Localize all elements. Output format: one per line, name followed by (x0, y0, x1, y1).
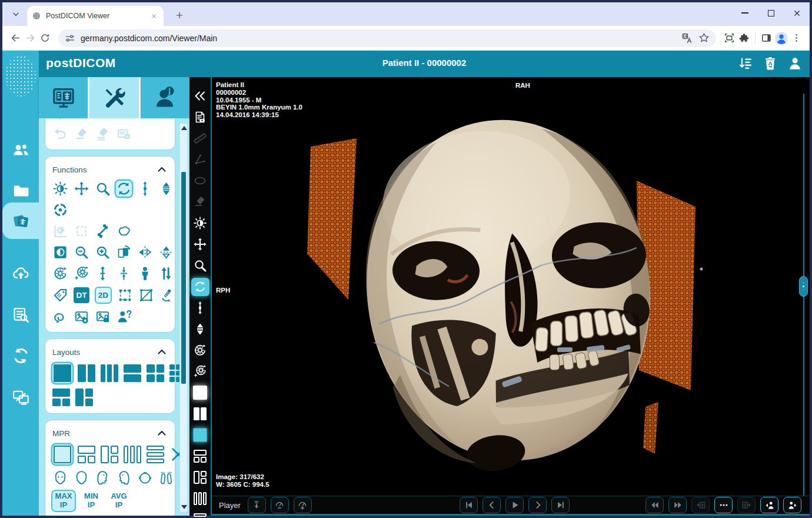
tool-zoom-out-icon[interactable] (74, 244, 89, 260)
window-maximize-button[interactable] (758, 2, 784, 24)
tool-stack-scroll-icon[interactable] (158, 181, 174, 197)
layout-1left-2right-button[interactable] (75, 388, 93, 406)
mpr-3row-button[interactable] (147, 446, 164, 463)
last-image-button[interactable] (551, 497, 570, 513)
tool-curve-icon[interactable] (137, 118, 153, 121)
back-icon[interactable] (8, 31, 23, 45)
sidebar-item-sync[interactable] (2, 339, 39, 372)
mpr-1left-2right-button[interactable] (101, 446, 118, 463)
tool-rotate-3d-icon[interactable] (116, 181, 132, 197)
mpr-inferior-view-icon[interactable] (158, 470, 174, 486)
mpr-posterior-view-icon[interactable] (74, 470, 89, 486)
mpr-right-lateral-view-icon[interactable] (95, 470, 111, 486)
tool-tag-icon[interactable] (52, 287, 68, 303)
tool-export-image-icon[interactable] (74, 309, 89, 325)
report-view-button[interactable] (189, 107, 211, 128)
tab-patient-info[interactable] (141, 77, 189, 118)
tool-dt-button[interactable]: DT (74, 287, 89, 303)
mpr-1top-2bottom-button-toolbar[interactable] (189, 446, 211, 467)
ruler-tool-button[interactable] (189, 128, 211, 149)
user-account-icon[interactable] (787, 56, 803, 71)
extensions-icon[interactable] (737, 31, 751, 45)
mpr-3row-button-toolbar[interactable] (189, 509, 211, 518)
eraser-tool-button[interactable] (189, 191, 211, 212)
tool-undo-sculpt-icon[interactable] (52, 309, 68, 325)
angle-tool-button[interactable] (189, 149, 211, 170)
profile-avatar[interactable] (774, 31, 789, 46)
tool-flip-page-icon[interactable] (116, 244, 132, 260)
new-tab-button[interactable] (172, 8, 187, 23)
mpr-3column-button[interactable] (124, 446, 141, 463)
mpr-left-lateral-view-icon[interactable] (116, 470, 132, 486)
next-image-button[interactable] (528, 497, 547, 513)
window-minimize-button[interactable] (732, 2, 758, 24)
tool-save-annotation-icon[interactable] (116, 127, 132, 142)
tool-histogram-wl-icon[interactable] (52, 223, 68, 239)
sidebar-item-upload[interactable] (2, 257, 39, 290)
panel-scrollbar[interactable] (179, 123, 188, 512)
volume-render-canvas[interactable] (212, 77, 810, 496)
layout-single-button[interactable] (189, 382, 211, 403)
scroll-down-arrow[interactable] (181, 505, 187, 509)
previous-series-button[interactable] (645, 497, 664, 513)
previous-image-button[interactable] (482, 497, 501, 513)
cine-export-button[interactable] (248, 497, 266, 513)
tool-window-level-icon[interactable] (52, 181, 68, 197)
tool-localizer-icon[interactable] (52, 202, 68, 218)
tool-bone-density-icon[interactable] (95, 223, 111, 239)
side-panel-icon[interactable] (759, 31, 774, 45)
tab-search-chevron-icon[interactable] (8, 7, 24, 21)
tool-target-icon[interactable] (52, 118, 68, 121)
tool-region-select-icon[interactable] (74, 223, 89, 239)
scroll-button[interactable] (189, 297, 211, 318)
tool-rotate-cw-icon[interactable] (52, 265, 68, 281)
window-close-button[interactable] (784, 2, 810, 24)
tool-screw-icon[interactable] (159, 287, 175, 303)
reload-icon[interactable] (38, 31, 52, 45)
mpr-max-ip-button[interactable]: MAXIP (52, 491, 75, 511)
tab-tools[interactable] (89, 77, 138, 118)
tool-auto-rotate-icon[interactable] (74, 265, 89, 281)
collapse-layouts-icon[interactable] (156, 346, 168, 358)
tool-angle-icon[interactable] (74, 118, 89, 121)
translate-icon[interactable] (681, 32, 693, 44)
mpr-1top-2bottom-button[interactable] (78, 446, 95, 463)
previous-patient-button[interactable] (760, 497, 778, 513)
tool-erase-icon[interactable] (74, 127, 89, 142)
tool-erase-all-icon[interactable] (95, 127, 111, 142)
ellipse-tool-button[interactable] (189, 170, 211, 191)
browser-menu-icon[interactable] (789, 31, 804, 45)
next-series-button[interactable] (668, 497, 687, 513)
tool-lock-image-icon[interactable] (95, 309, 111, 325)
tool-cobb-angle-icon[interactable] (95, 118, 111, 121)
mpr-3column-button-toolbar[interactable] (189, 488, 211, 509)
tab-close-icon[interactable] (149, 11, 159, 21)
play-button[interactable] (505, 497, 524, 513)
tab-series-browser[interactable] (39, 77, 88, 118)
url-text[interactable]: germany.postdicom.com/Viewer/Main (81, 34, 676, 43)
mpr-1left-2right-button-toolbar[interactable] (189, 467, 211, 488)
tool-undo-icon[interactable] (52, 127, 68, 142)
speed-up-button[interactable] (294, 497, 312, 513)
tool-clear-region-icon[interactable] (138, 287, 154, 303)
tool-flip-vertical-icon[interactable] (158, 244, 174, 260)
pan-button[interactable] (189, 234, 211, 255)
tool-patient-orientation-icon[interactable] (137, 265, 153, 281)
tool-fit-region-icon[interactable] (117, 287, 133, 303)
layout-1x2-button[interactable] (78, 364, 95, 382)
forward-icon[interactable] (23, 31, 38, 45)
move-viewport-right-button[interactable] (737, 497, 756, 513)
auto-rotate-button[interactable] (189, 361, 211, 382)
address-bar[interactable]: germany.postdicom.com/Viewer/Main (58, 29, 716, 47)
image-scroll-handle[interactable] (799, 276, 808, 297)
download-queue-icon[interactable] (738, 56, 753, 71)
zoom-button[interactable] (189, 255, 211, 276)
sidebar-item-patients[interactable] (2, 133, 39, 166)
next-patient-button[interactable] (783, 497, 801, 513)
mpr-anterior-view-icon[interactable] (52, 470, 68, 486)
mpr-avg-ip-button[interactable]: AVGIP (108, 491, 130, 511)
cine-rotate-button[interactable] (189, 340, 211, 361)
tool-scroll-icon[interactable] (137, 181, 153, 197)
mpr-superior-view-icon[interactable] (137, 470, 153, 486)
scroll-up-arrow[interactable] (181, 126, 187, 130)
